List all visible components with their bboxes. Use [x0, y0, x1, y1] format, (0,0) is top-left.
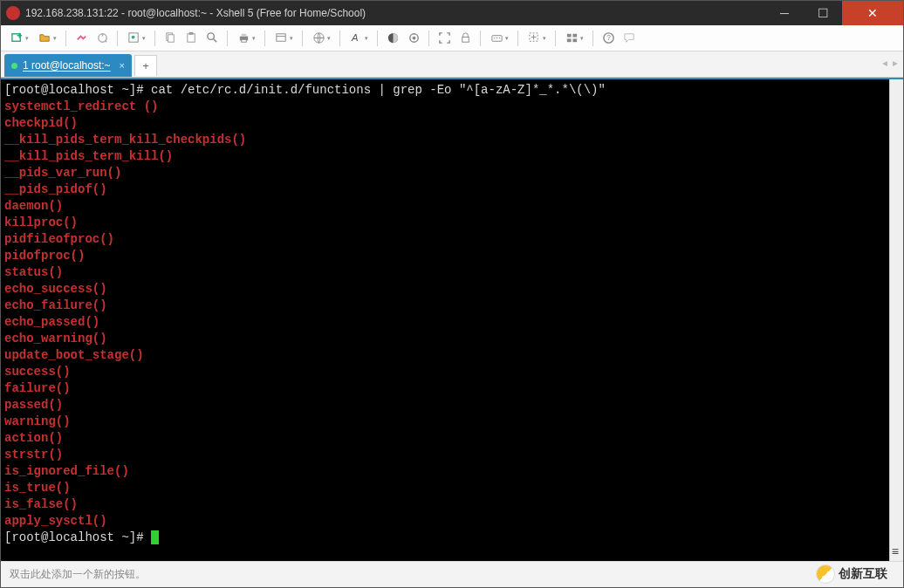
svg-rect-22 [462, 38, 469, 43]
lock-button[interactable] [455, 29, 475, 48]
tab-bar: 1 root@localhost:~ × + ◂ ▸ [1, 51, 903, 78]
svg-rect-33 [572, 38, 577, 42]
connect-button[interactable] [72, 29, 91, 48]
paste-button[interactable] [181, 29, 201, 48]
view-button[interactable] [271, 29, 297, 48]
tab-nav: ◂ ▸ [882, 57, 898, 69]
encoding-button[interactable] [308, 29, 334, 48]
find-button[interactable] [202, 29, 222, 48]
toolbar-separator [154, 31, 155, 46]
svg-point-26 [498, 38, 499, 38]
close-button[interactable]: ✕ [842, 1, 903, 25]
toolbar-separator [302, 31, 303, 46]
status-bar: 双击此处添加一个新的按钮。 创新互联 [1, 561, 903, 587]
open-button[interactable] [34, 29, 60, 48]
toolbar-separator [117, 31, 118, 46]
toolbar-separator [428, 31, 429, 46]
color-scheme-button[interactable] [383, 29, 402, 48]
scrollbar[interactable] [889, 79, 903, 561]
add-button[interactable] [524, 29, 550, 48]
highlight-button[interactable] [404, 29, 423, 48]
toolbar-separator [339, 31, 340, 46]
keyboard-button[interactable] [486, 29, 512, 48]
svg-rect-32 [566, 38, 571, 42]
minimize-button[interactable]: ─ [765, 1, 804, 25]
svg-point-25 [496, 38, 497, 38]
new-session-button[interactable] [6, 29, 32, 48]
window-controls: ─ ☐ ✕ [765, 1, 903, 25]
svg-line-11 [213, 38, 216, 42]
tab-session-1[interactable]: 1 root@localhost:~ × [4, 54, 132, 77]
watermark: 创新互联 [816, 564, 887, 584]
main-toolbar: A ? [1, 25, 903, 51]
toolbar-separator [592, 31, 593, 46]
terminal[interactable]: [root@localhost ~]# cat /etc/rc.d/init.d… [1, 79, 889, 561]
svg-point-21 [412, 37, 415, 40]
status-hint: 双击此处添加一个新的按钮。 [10, 567, 146, 582]
svg-rect-7 [168, 35, 174, 42]
svg-rect-13 [241, 34, 246, 37]
print-button[interactable] [233, 29, 259, 48]
properties-button[interactable] [123, 29, 149, 48]
font-button[interactable]: A [346, 29, 372, 48]
connection-status-icon [11, 63, 17, 69]
layout-button[interactable] [561, 29, 587, 48]
svg-point-24 [494, 38, 495, 38]
toolbar-separator [227, 31, 228, 46]
menu-icon[interactable]: ≡ [892, 544, 899, 558]
svg-rect-15 [276, 34, 284, 41]
tab-next-icon[interactable]: ▸ [893, 57, 898, 69]
tab-prev-icon[interactable]: ◂ [882, 57, 887, 69]
svg-rect-14 [241, 39, 246, 42]
new-tab-button[interactable]: + [134, 55, 157, 76]
window-title: 192.168.238.131:22 - root@localhost:~ - … [25, 7, 765, 19]
watermark-text: 创新互联 [839, 566, 887, 582]
toolbar-separator [517, 31, 518, 46]
feedback-button[interactable] [620, 29, 639, 48]
maximize-button[interactable]: ☐ [804, 1, 842, 25]
toolbar-separator [377, 31, 378, 46]
svg-rect-8 [187, 34, 194, 42]
app-icon [6, 6, 20, 20]
terminal-container: [root@localhost ~]# cat /etc/rc.d/init.d… [1, 78, 903, 561]
svg-point-10 [207, 33, 214, 40]
toolbar-separator [264, 31, 265, 46]
tab-close-icon[interactable]: × [120, 60, 125, 71]
svg-point-5 [131, 36, 134, 39]
svg-rect-31 [572, 34, 577, 38]
fullscreen-button[interactable] [435, 29, 454, 48]
toolbar-separator [555, 31, 556, 46]
toolbar-separator [480, 31, 481, 46]
svg-rect-9 [188, 32, 193, 35]
svg-text:A: A [350, 32, 358, 43]
toolbar-separator [65, 31, 66, 46]
svg-rect-30 [566, 34, 571, 38]
svg-text:?: ? [606, 33, 611, 42]
tab-label: 1 root@localhost:~ [23, 59, 111, 72]
reconnect-button[interactable] [92, 29, 112, 48]
help-button[interactable]: ? [599, 29, 618, 48]
window-titlebar: 192.168.238.131:22 - root@localhost:~ - … [1, 1, 903, 25]
copy-button[interactable] [161, 29, 180, 48]
watermark-icon [816, 564, 835, 584]
